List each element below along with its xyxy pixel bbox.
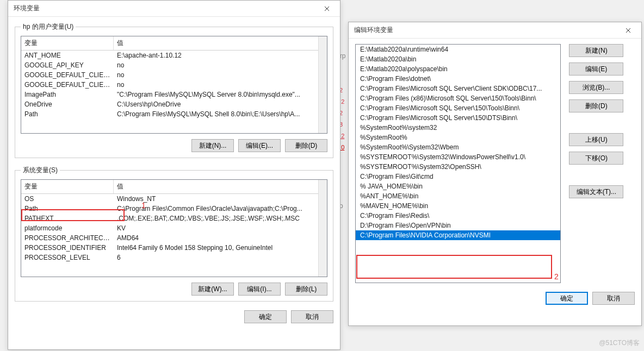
list-item[interactable]: %SystemRoot%\system32 (356, 123, 560, 133)
col-header-val[interactable]: 值 (114, 36, 327, 50)
new-user-var-button[interactable]: 新建(N)... (191, 139, 234, 152)
system-vars-group: 系统变量(S) 变量 值 OSWindows_NTPathC:\Program … (15, 166, 333, 302)
list-item[interactable]: C:\Program Files\Microsoft SQL Server\15… (356, 113, 560, 123)
edit-user-var-button[interactable]: 编辑(E)... (238, 139, 281, 152)
var-name: ANT_HOME (21, 51, 114, 60)
list-item[interactable]: % JAVA_HOME%\bin (356, 181, 560, 191)
delete-user-var-button[interactable]: 删除(D) (285, 139, 327, 152)
table-row[interactable]: GOOGLE_DEFAULT_CLIEN...no (21, 70, 327, 80)
list-item[interactable]: C:\Program Files\Redis\ (356, 211, 560, 221)
user-vars-table[interactable]: 变量 值 ANT_HOMEE:\apache-ant-1.10.12GOOGLE… (21, 36, 327, 134)
edit-text-button[interactable]: 编辑文本(T)... (569, 185, 623, 198)
table-row[interactable]: PROCESSOR_ARCHITECTU...AMD64 (21, 233, 327, 243)
list-item[interactable]: E:\Matlab2020a\bin (356, 54, 560, 64)
close-icon (324, 6, 330, 11)
table-row[interactable]: PathC:\Program Files\Common Files\Oracle… (21, 204, 327, 214)
table-row[interactable]: GOOGLE_API_KEYno (21, 60, 327, 70)
watermark: @51CTO博客 (599, 339, 640, 348)
var-value: Intel64 Family 6 Model 158 Stepping 10, … (114, 243, 327, 253)
table-row[interactable]: PROCESSOR_IDENTIFIERIntel64 Family 6 Mod… (21, 243, 327, 253)
var-name: Path (21, 204, 114, 214)
var-name: OS (21, 194, 114, 204)
move-up-button[interactable]: 上移(U) (569, 133, 623, 146)
var-name: GOOGLE_DEFAULT_CLIEN... (21, 80, 114, 90)
list-item[interactable]: %SYSTEMROOT%\System32\OpenSSH\ (356, 162, 560, 172)
env-vars-window: 环境变量 hp 的用户变量(U) 变量 值 ANT_HOMEE:\apache-… (8, 0, 340, 350)
var-value: "C:\Program Files\MySQL\MySQL Server 8.0… (114, 90, 327, 99)
edit-env-var-window: 编辑环境变量 E:\Matlab2020a\runtime\win64E:\Ma… (348, 22, 642, 326)
var-name: Path (21, 109, 114, 119)
browse-button[interactable]: 浏览(B)... (569, 81, 623, 94)
table-row[interactable]: PathC:\Program Files\MySQL\MySQL Shell 8… (21, 109, 327, 119)
list-item[interactable]: %SYSTEMROOT%\System32\WindowsPowerShell\… (356, 152, 560, 162)
system-vars-table[interactable]: 变量 值 OSWindows_NTPathC:\Program Files\Co… (21, 179, 327, 277)
var-value: C:\Program Files\Common Files\Oracle\Jav… (114, 204, 327, 214)
var-value: C:\Program Files\MySQL\MySQL Shell 8.0\b… (114, 109, 327, 119)
var-value: C:\Users\hp\OneDrive (114, 99, 327, 109)
table-row[interactable]: OSWindows_NT (21, 194, 327, 204)
close-button[interactable] (617, 23, 639, 38)
var-value: 6 (114, 253, 327, 262)
col-header-val[interactable]: 值 (114, 180, 327, 193)
close-icon (626, 28, 631, 33)
list-item[interactable]: C:\Program Files\NVIDIA Corporation\NVSM… (356, 230, 560, 240)
var-value: no (114, 70, 327, 80)
var-value: AMD64 (114, 233, 327, 243)
delete-sys-var-button[interactable]: 删除(L) (285, 283, 327, 296)
list-item[interactable]: %MAVEN_HOME%\bin (356, 201, 560, 211)
titlebar: 环境变量 (8, 1, 340, 17)
table-row[interactable]: GOOGLE_DEFAULT_CLIEN...no (21, 80, 327, 90)
var-name: PROCESSOR_IDENTIFIER (21, 243, 114, 253)
move-down-button[interactable]: 下移(O) (569, 152, 623, 165)
list-item[interactable]: %SystemRoot%\System32\Wbem (356, 142, 560, 152)
list-item[interactable]: C:\Program Files\Microsoft SQL Server\15… (356, 103, 560, 113)
list-item[interactable]: %SystemRoot% (356, 133, 560, 142)
ok-button[interactable]: 确定 (244, 310, 287, 323)
table-row[interactable]: ANT_HOMEE:\apache-ant-1.10.12 (21, 51, 327, 60)
scrollbar[interactable] (318, 36, 327, 133)
cancel-button[interactable]: 取消 (592, 292, 635, 305)
window-title: 环境变量 (14, 4, 40, 13)
table-row[interactable]: PATHEXT.COM;.EXE;.BAT;.CMD;.VBS;.VBE;.JS… (21, 214, 327, 223)
edit-sys-var-button[interactable]: 编辑(I)... (238, 283, 281, 296)
new-sys-var-button[interactable]: 新建(W)... (191, 283, 234, 296)
var-name: OneDrive (21, 99, 114, 109)
list-item[interactable]: E:\Matlab2020a\polyspace\bin (356, 64, 560, 74)
system-vars-legend: 系统变量(S) (21, 166, 60, 175)
var-value: no (114, 80, 327, 90)
var-value: .COM;.EXE;.BAT;.CMD;.VBS;.VBE;.JS;.JSE;.… (114, 214, 327, 223)
ok-button[interactable]: 确定 (546, 292, 588, 305)
col-header-var[interactable]: 变量 (21, 180, 114, 193)
table-row[interactable]: platformcodeKV (21, 223, 327, 233)
list-item[interactable]: C:\Program Files\Git\cmd (356, 172, 560, 181)
user-vars-group: hp 的用户变量(U) 变量 值 ANT_HOMEE:\apache-ant-1… (15, 22, 333, 158)
close-button[interactable] (316, 1, 338, 16)
var-name: platformcode (21, 223, 114, 233)
edit-entry-button[interactable]: 编辑(E) (569, 62, 623, 76)
var-name: GOOGLE_DEFAULT_CLIEN... (21, 70, 114, 80)
scrollbar[interactable] (318, 180, 327, 277)
var-name: GOOGLE_API_KEY (21, 60, 114, 70)
col-header-var[interactable]: 变量 (21, 36, 114, 50)
titlebar: 编辑环境变量 (349, 22, 641, 39)
path-entries-list[interactable]: E:\Matlab2020a\runtime\win64E:\Matlab202… (355, 44, 561, 283)
list-item[interactable]: D:\Program Files\OpenVPN\bin (356, 221, 560, 230)
table-row[interactable]: ImagePath"C:\Program Files\MySQL\MySQL S… (21, 90, 327, 99)
list-item[interactable]: C:\Program Files\Microsoft SQL Server\Cl… (356, 84, 560, 93)
table-row[interactable]: PROCESSOR_LEVEL6 (21, 253, 327, 262)
var-value: KV (114, 223, 327, 233)
list-item[interactable]: C:\Program Files (x86)\Microsoft SQL Ser… (356, 93, 560, 103)
delete-entry-button[interactable]: 删除(D) (569, 99, 623, 112)
var-name: ImagePath (21, 90, 114, 99)
var-value: no (114, 60, 327, 70)
list-item[interactable]: C:\Program Files\dotnet\ (356, 74, 560, 84)
var-name: PATHEXT (21, 214, 114, 223)
table-row[interactable]: OneDriveC:\Users\hp\OneDrive (21, 99, 327, 109)
cancel-button[interactable]: 取消 (291, 310, 333, 323)
list-item[interactable]: E:\Matlab2020a\runtime\win64 (356, 45, 560, 54)
new-entry-button[interactable]: 新建(N) (569, 44, 623, 57)
var-name: PROCESSOR_LEVEL (21, 253, 114, 262)
var-name: PROCESSOR_ARCHITECTU... (21, 233, 114, 243)
var-value: E:\apache-ant-1.10.12 (114, 51, 327, 60)
list-item[interactable]: %ANT_HOME%\bin (356, 191, 560, 201)
